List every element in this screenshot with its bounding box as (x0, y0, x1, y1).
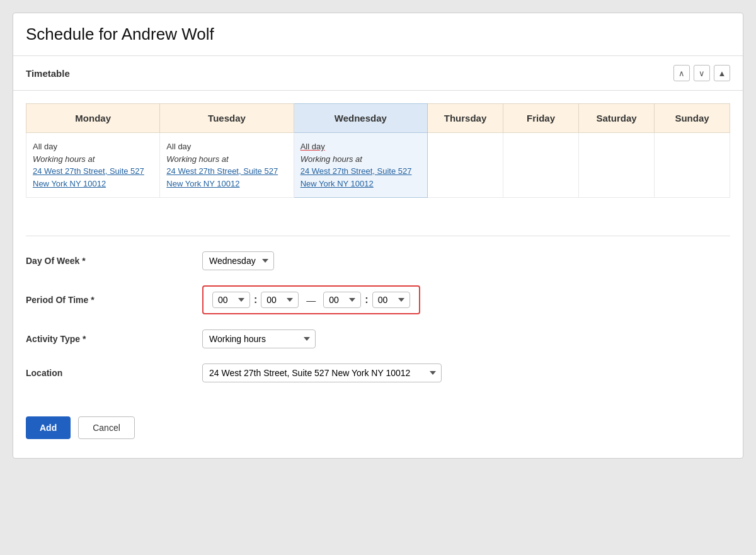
divider (26, 236, 730, 236)
period-start-hour-select[interactable]: 00 01020304 05060708 09101112 13141516 1… (212, 292, 250, 308)
page-title: Schedule for Andrew Wolf (13, 13, 743, 56)
location-row: Location 24 West 27th Street, Suite 527 … (26, 363, 730, 382)
day-of-week-label: Day Of Week * (26, 256, 202, 266)
colon-2: : (365, 294, 368, 306)
cell-monday: All day Working hours at 24 West 27th St… (26, 133, 160, 198)
section-controls: ∧ ∨ ▲ (673, 65, 730, 81)
period-of-time-row: Period Of Time * 00 01020304 05060708 09… (26, 285, 730, 314)
cell-saturday (578, 133, 654, 198)
location-label: Location (26, 368, 202, 378)
scroll-up-button[interactable]: ∧ (673, 65, 690, 81)
cell-thursday (427, 133, 503, 198)
timetable: Monday Tuesday Wednesday Thursday Friday… (26, 103, 730, 198)
colon-1: : (254, 294, 257, 306)
add-button[interactable]: Add (26, 416, 71, 439)
form-section: Day Of Week * Monday Tuesday Wednesday T… (13, 251, 743, 416)
cell-wednesday: All day Working hours at 24 West 27th St… (294, 133, 427, 198)
th-tuesday: Tuesday (160, 104, 294, 133)
cell-wednesday-workinghours: Working hours at (301, 153, 421, 166)
period-of-time-box: 00 01020304 05060708 09101112 13141516 1… (202, 285, 420, 314)
dash: — (306, 295, 316, 306)
activity-type-control: Working hours Break Lunch (202, 329, 316, 348)
form-actions: Add Cancel (13, 416, 743, 458)
period-end-hour-select[interactable]: 00 01020304 05060708 09101112 13141516 1… (323, 292, 361, 308)
cell-monday-allday: All day (33, 140, 153, 153)
cell-tuesday-location-link[interactable]: 24 West 27th Street, Suite 527 New York … (166, 166, 278, 188)
cell-friday (503, 133, 578, 198)
th-thursday: Thursday (427, 104, 503, 133)
cell-tuesday-allday: All day (166, 140, 287, 153)
activity-type-select[interactable]: Working hours Break Lunch (202, 329, 316, 348)
collapse-button[interactable]: ▲ (714, 65, 730, 81)
cancel-button[interactable]: Cancel (78, 416, 135, 439)
day-of-week-select[interactable]: Monday Tuesday Wednesday Thursday Friday… (202, 251, 274, 270)
th-monday: Monday (26, 104, 160, 133)
cell-monday-location-link[interactable]: 24 West 27th Street, Suite 527 New York … (33, 166, 144, 188)
cell-tuesday: All day Working hours at 24 West 27th St… (160, 133, 294, 198)
th-saturday: Saturday (578, 104, 654, 133)
th-friday: Friday (503, 104, 578, 133)
scroll-down-button[interactable]: ∨ (694, 65, 710, 81)
location-control: 24 West 27th Street, Suite 527 New York … (202, 363, 442, 382)
th-wednesday: Wednesday (294, 104, 427, 133)
cell-wednesday-allday: All day (301, 140, 421, 153)
cell-wednesday-location-link[interactable]: 24 West 27th Street, Suite 527 New York … (301, 166, 412, 188)
th-sunday: Sunday (654, 104, 730, 133)
activity-type-label: Activity Type * (26, 334, 202, 344)
day-of-week-row: Day Of Week * Monday Tuesday Wednesday T… (26, 251, 730, 270)
cell-monday-workinghours: Working hours at (33, 153, 153, 166)
activity-type-row: Activity Type * Working hours Break Lunc… (26, 329, 730, 348)
cell-tuesday-workinghours: Working hours at (166, 153, 287, 166)
day-of-week-control: Monday Tuesday Wednesday Thursday Friday… (202, 251, 274, 270)
period-start-min-select[interactable]: 00 05101520 25303540 455055 (261, 292, 299, 308)
period-end-min-select[interactable]: 00 05101520 25303540 455055 (372, 292, 410, 308)
section-title: Timetable (26, 68, 70, 79)
cell-sunday (654, 133, 730, 198)
section-header: Timetable ∧ ∨ ▲ (13, 56, 743, 91)
period-of-time-label: Period Of Time * (26, 295, 202, 305)
timetable-body: Monday Tuesday Wednesday Thursday Friday… (13, 91, 743, 236)
location-select[interactable]: 24 West 27th Street, Suite 527 New York … (202, 363, 442, 382)
main-card: Schedule for Andrew Wolf Timetable ∧ ∨ ▲… (13, 13, 743, 459)
